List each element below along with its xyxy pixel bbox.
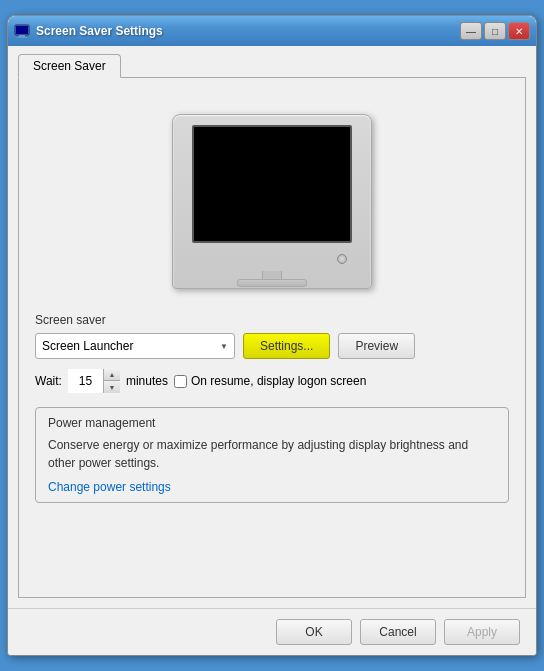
svg-rect-1 [16,26,28,34]
svg-rect-3 [17,37,27,38]
monitor [172,114,372,289]
window-icon [14,23,30,39]
screensaver-dropdown[interactable]: Screen Launcher ▼ [35,333,235,359]
monitor-neck [262,271,282,279]
svg-rect-2 [19,35,25,37]
monitor-chin [183,243,361,271]
screensaver-section: Screen saver Screen Launcher ▼ Settings.… [35,313,509,393]
apply-button[interactable]: Apply [444,619,520,645]
window-body: Screen Saver Screen saver [8,46,536,608]
wait-spinner: ▲ ▼ [68,369,120,393]
resume-logon-checkbox[interactable] [174,375,187,388]
wait-input[interactable] [68,369,104,393]
wait-label: Wait: [35,374,62,388]
cancel-button[interactable]: Cancel [360,619,436,645]
power-title: Power management [48,416,496,430]
main-window: Screen Saver Settings — □ ✕ Screen Saver [7,15,537,656]
screensaver-label: Screen saver [35,313,509,327]
spinner-up-button[interactable]: ▲ [104,369,120,381]
minimize-button[interactable]: — [460,22,482,40]
monitor-power-button [337,254,347,264]
title-bar: Screen Saver Settings — □ ✕ [8,16,536,46]
monitor-preview-container [35,94,509,313]
monitor-foot [237,279,307,287]
tab-content: Screen saver Screen Launcher ▼ Settings.… [18,78,526,598]
minutes-label: minutes [126,374,168,388]
tab-bar: Screen Saver [18,54,526,78]
footer: OK Cancel Apply [8,608,536,655]
window-title: Screen Saver Settings [36,24,454,38]
spinner-down-button[interactable]: ▼ [104,381,120,393]
settings-button[interactable]: Settings... [243,333,330,359]
resume-logon-label: On resume, display logon screen [174,374,366,388]
resume-logon-text: On resume, display logon screen [191,374,366,388]
power-management-section: Power management Conserve energy or maxi… [35,407,509,503]
change-power-settings-link[interactable]: Change power settings [48,480,171,494]
dropdown-value: Screen Launcher [42,339,133,353]
close-button[interactable]: ✕ [508,22,530,40]
dropdown-arrow-icon: ▼ [220,342,228,351]
ok-button[interactable]: OK [276,619,352,645]
preview-button[interactable]: Preview [338,333,415,359]
screensaver-controls-row: Screen Launcher ▼ Settings... Preview [35,333,509,359]
maximize-button[interactable]: □ [484,22,506,40]
spinner-arrows: ▲ ▼ [104,369,120,393]
tab-screen-saver[interactable]: Screen Saver [18,54,121,78]
title-buttons: — □ ✕ [460,22,530,40]
wait-row: Wait: ▲ ▼ minutes On resume, display log… [35,369,509,393]
monitor-screen [192,125,352,243]
power-description: Conserve energy or maximize performance … [48,436,496,472]
